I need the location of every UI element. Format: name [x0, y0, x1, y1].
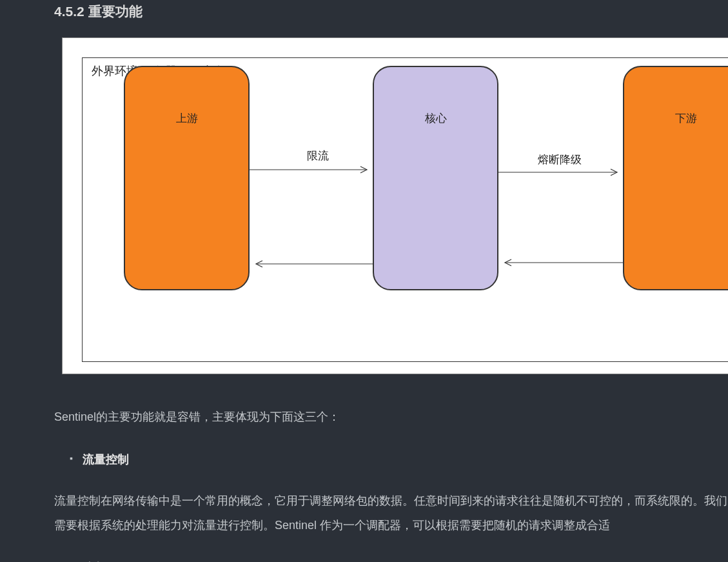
arrow-core-to-upstream-bottom: [250, 261, 373, 274]
paragraph-flow-control: 流量控制在网络传输中是一个常用的概念，它用于调整网络包的数据。任意时间到来的请求…: [54, 489, 728, 538]
bullet-circuit-break: 熔断降级: [70, 557, 728, 562]
connector-label-limit: 限流: [307, 148, 329, 163]
diagram-container: 外界环境(服务器 cpu 内存) 上游 核心 下游 限流 熔断降级: [62, 37, 728, 374]
node-upstream: 上游: [124, 66, 250, 290]
node-downstream: 下游: [623, 66, 728, 290]
bullet-list-2: 熔断降级: [54, 557, 728, 562]
arrow-upstream-to-core-top: [250, 166, 373, 179]
intro-paragraph: Sentinel的主要功能就是容错，主要体现为下面这三个：: [54, 405, 728, 430]
bullet-list-1: 流量控制: [54, 449, 728, 470]
connector-label-degrade: 熔断降级: [538, 152, 582, 167]
bullet-flow-control: 流量控制: [70, 449, 728, 470]
environment-frame: 外界环境(服务器 cpu 内存) 上游 核心 下游 限流 熔断降级: [82, 57, 728, 362]
arrow-core-to-downstream-top: [498, 169, 624, 182]
node-core-label: 核心: [425, 111, 447, 289]
section-heading: 4.5.2 重要功能: [54, 3, 728, 21]
node-core: 核心: [373, 66, 498, 290]
node-upstream-label: 上游: [176, 111, 198, 289]
node-downstream-label: 下游: [675, 111, 697, 289]
arrow-downstream-to-core-bottom: [498, 259, 624, 272]
